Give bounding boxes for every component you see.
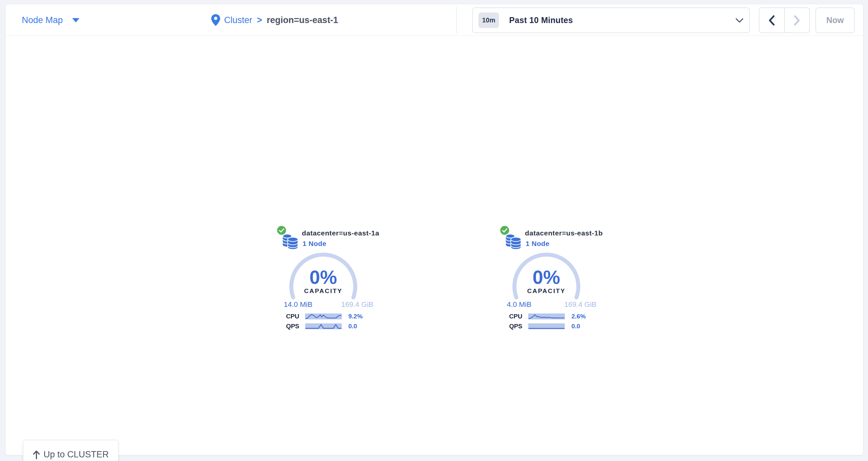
now-button[interactable]: Now xyxy=(816,7,855,33)
cpu-value: 9.2% xyxy=(348,313,363,320)
datacenter-node-count: 1 Node xyxy=(303,240,326,248)
header-bar: Node Map Cluster > region=us-east-1 10m … xyxy=(6,4,863,36)
datacenter-node-count: 1 Node xyxy=(526,240,549,248)
capacity-used: 14.0 MiB xyxy=(284,300,312,309)
up-to-cluster-button[interactable]: Up to CLUSTER xyxy=(23,440,118,461)
database-stack-icon xyxy=(282,233,298,250)
time-prev-button[interactable] xyxy=(759,8,784,33)
datacenter-card[interactable]: datacenter=us-east-1b 1 Node 0% CAPACITY… xyxy=(500,225,606,335)
node-map-canvas: datacenter=us-east-1a 1 Node 0% CAPACITY… xyxy=(6,36,863,455)
chevron-left-icon xyxy=(768,15,775,26)
dropdown-caret-icon xyxy=(72,18,80,22)
time-nav-group xyxy=(759,7,810,33)
chevron-right-icon xyxy=(793,15,801,26)
chevron-down-icon xyxy=(736,18,743,23)
breadcrumb-cluster-link[interactable]: Cluster xyxy=(224,15,252,25)
time-next-button[interactable] xyxy=(784,8,810,33)
breadcrumb: Cluster > region=us-east-1 xyxy=(211,4,338,36)
breadcrumb-current: region=us-east-1 xyxy=(267,15,338,25)
capacity-minmax: 4.0 MiB 169.4 GiB xyxy=(507,300,596,309)
capacity-label: CAPACITY xyxy=(277,288,369,295)
capacity-total: 169.4 GiB xyxy=(564,300,596,309)
cpu-sparkline xyxy=(528,314,565,320)
view-selector-dropdown[interactable]: Node Map xyxy=(22,4,80,36)
status-ok-badge xyxy=(277,226,286,235)
datacenter-name: datacenter=us-east-1a xyxy=(302,229,379,237)
view-selector-label: Node Map xyxy=(22,15,63,25)
time-window-badge: 10m xyxy=(478,12,499,28)
qps-value: 0.0 xyxy=(571,323,580,330)
breadcrumb-separator: > xyxy=(257,15,262,25)
cpu-value: 2.6% xyxy=(571,313,586,320)
map-pin-icon xyxy=(211,14,220,26)
cpu-label: CPU xyxy=(277,313,299,320)
database-stack-icon xyxy=(505,233,521,250)
check-icon xyxy=(279,228,284,233)
capacity-minmax: 14.0 MiB 169.4 GiB xyxy=(284,300,373,309)
qps-sparkline xyxy=(528,323,565,329)
time-window-label: Past 10 Minutes xyxy=(509,15,573,25)
cpu-sparkline xyxy=(305,314,342,320)
datacenter-card[interactable]: datacenter=us-east-1a 1 Node 0% CAPACITY… xyxy=(277,225,382,335)
check-icon xyxy=(502,228,507,233)
capacity-total: 169.4 GiB xyxy=(341,300,373,309)
time-window-dropdown[interactable]: 10m Past 10 Minutes xyxy=(472,7,750,33)
status-ok-badge xyxy=(500,226,509,235)
qps-value: 0.0 xyxy=(348,323,357,330)
up-to-cluster-label: Up to CLUSTER xyxy=(43,450,109,460)
main-panel: Node Map Cluster > region=us-east-1 10m … xyxy=(5,4,863,455)
qps-label: QPS xyxy=(277,323,299,330)
capacity-percent: 0% xyxy=(277,266,369,288)
capacity-percent: 0% xyxy=(500,266,592,288)
qps-sparkline xyxy=(305,323,342,329)
qps-label: QPS xyxy=(500,323,522,330)
capacity-label: CAPACITY xyxy=(500,288,592,295)
datacenter-name: datacenter=us-east-1b xyxy=(525,229,603,237)
up-arrow-icon xyxy=(33,450,40,459)
cpu-label: CPU xyxy=(500,313,522,320)
capacity-used: 4.0 MiB xyxy=(507,300,531,309)
